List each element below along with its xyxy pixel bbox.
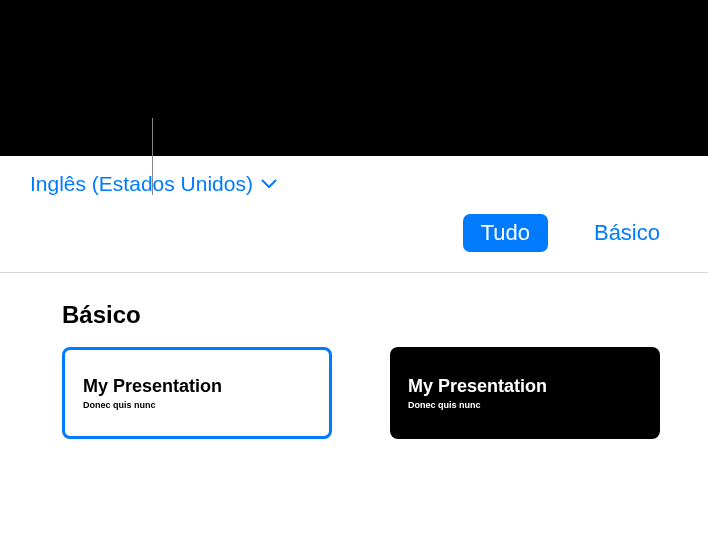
language-selector[interactable]: Inglês (Estados Unidos) — [30, 156, 277, 204]
template-title: My Presentation — [408, 376, 642, 398]
language-selector-label: Inglês (Estados Unidos) — [30, 172, 253, 196]
filter-row: Tudo Básico — [30, 204, 678, 272]
header-bar: Inglês (Estados Unidos) Tudo Básico — [0, 156, 708, 273]
template-white-basic[interactable]: My Presentation Donec quis nunc — [62, 347, 332, 439]
template-subtitle: Donec quis nunc — [408, 400, 642, 410]
callout-indicator-line — [152, 118, 153, 195]
filter-all-label: Tudo — [481, 220, 530, 245]
filter-all-button[interactable]: Tudo — [463, 214, 548, 252]
section-heading: Básico — [62, 301, 676, 329]
templates-row: My Presentation Donec quis nunc My Prese… — [62, 347, 676, 439]
template-black-basic[interactable]: My Presentation Donec quis nunc — [390, 347, 660, 439]
top-black-region — [0, 0, 708, 156]
template-title: My Presentation — [83, 376, 311, 398]
chevron-down-icon — [261, 179, 277, 189]
filter-basic-label: Básico — [594, 220, 660, 245]
template-subtitle: Donec quis nunc — [83, 400, 311, 410]
filter-basic-button[interactable]: Básico — [576, 214, 678, 252]
content-area: Básico My Presentation Donec quis nunc M… — [0, 273, 708, 439]
